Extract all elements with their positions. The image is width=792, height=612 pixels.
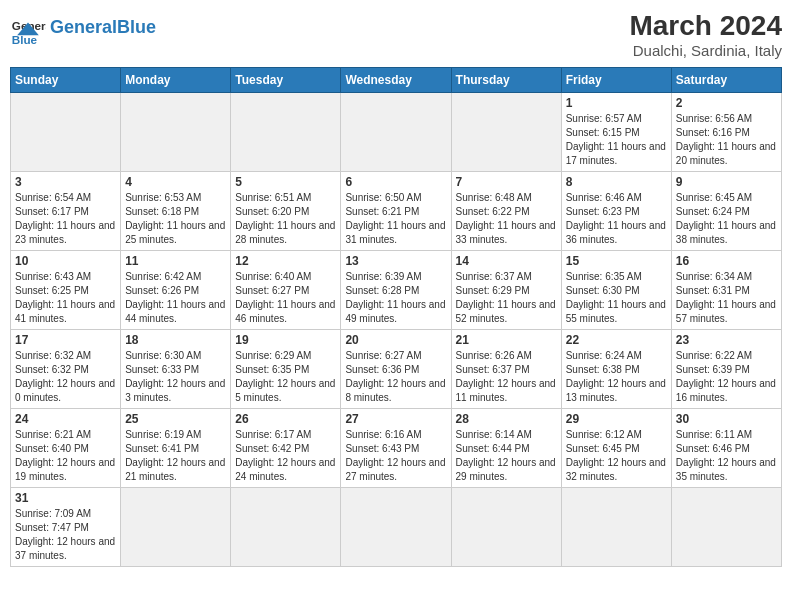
day-info: Sunrise: 6:14 AM Sunset: 6:44 PM Dayligh… (456, 428, 557, 484)
calendar-day-cell (561, 488, 671, 567)
day-info: Sunrise: 6:16 AM Sunset: 6:43 PM Dayligh… (345, 428, 446, 484)
calendar-day-cell: 5Sunrise: 6:51 AM Sunset: 6:20 PM Daylig… (231, 172, 341, 251)
calendar-day-cell (121, 93, 231, 172)
day-info: Sunrise: 6:27 AM Sunset: 6:36 PM Dayligh… (345, 349, 446, 405)
calendar-day-cell: 6Sunrise: 6:50 AM Sunset: 6:21 PM Daylig… (341, 172, 451, 251)
calendar-day-cell: 16Sunrise: 6:34 AM Sunset: 6:31 PM Dayli… (671, 251, 781, 330)
day-info: Sunrise: 6:40 AM Sunset: 6:27 PM Dayligh… (235, 270, 336, 326)
day-number: 2 (676, 96, 777, 110)
calendar-week-row: 1Sunrise: 6:57 AM Sunset: 6:15 PM Daylig… (11, 93, 782, 172)
calendar-day-cell: 19Sunrise: 6:29 AM Sunset: 6:35 PM Dayli… (231, 330, 341, 409)
calendar-week-row: 31Sunrise: 7:09 AM Sunset: 7:47 PM Dayli… (11, 488, 782, 567)
calendar-day-cell: 14Sunrise: 6:37 AM Sunset: 6:29 PM Dayli… (451, 251, 561, 330)
day-number: 7 (456, 175, 557, 189)
day-info: Sunrise: 6:34 AM Sunset: 6:31 PM Dayligh… (676, 270, 777, 326)
calendar-day-cell (341, 93, 451, 172)
day-info: Sunrise: 6:30 AM Sunset: 6:33 PM Dayligh… (125, 349, 226, 405)
day-info: Sunrise: 7:09 AM Sunset: 7:47 PM Dayligh… (15, 507, 116, 563)
weekday-header-cell: Saturday (671, 68, 781, 93)
calendar-day-cell: 17Sunrise: 6:32 AM Sunset: 6:32 PM Dayli… (11, 330, 121, 409)
calendar-day-cell: 23Sunrise: 6:22 AM Sunset: 6:39 PM Dayli… (671, 330, 781, 409)
calendar-day-cell: 4Sunrise: 6:53 AM Sunset: 6:18 PM Daylig… (121, 172, 231, 251)
calendar-week-row: 24Sunrise: 6:21 AM Sunset: 6:40 PM Dayli… (11, 409, 782, 488)
weekday-header-cell: Friday (561, 68, 671, 93)
calendar-day-cell (671, 488, 781, 567)
day-number: 8 (566, 175, 667, 189)
calendar-day-cell (341, 488, 451, 567)
calendar-day-cell: 9Sunrise: 6:45 AM Sunset: 6:24 PM Daylig… (671, 172, 781, 251)
day-number: 19 (235, 333, 336, 347)
calendar-day-cell: 31Sunrise: 7:09 AM Sunset: 7:47 PM Dayli… (11, 488, 121, 567)
header: General Blue GeneralBlue March 2024 Dual… (10, 10, 782, 59)
day-info: Sunrise: 6:46 AM Sunset: 6:23 PM Dayligh… (566, 191, 667, 247)
weekday-header-cell: Sunday (11, 68, 121, 93)
day-number: 29 (566, 412, 667, 426)
day-info: Sunrise: 6:12 AM Sunset: 6:45 PM Dayligh… (566, 428, 667, 484)
day-info: Sunrise: 6:26 AM Sunset: 6:37 PM Dayligh… (456, 349, 557, 405)
calendar-day-cell: 21Sunrise: 6:26 AM Sunset: 6:37 PM Dayli… (451, 330, 561, 409)
day-number: 5 (235, 175, 336, 189)
day-info: Sunrise: 6:57 AM Sunset: 6:15 PM Dayligh… (566, 112, 667, 168)
calendar-day-cell (451, 93, 561, 172)
calendar-body: 1Sunrise: 6:57 AM Sunset: 6:15 PM Daylig… (11, 93, 782, 567)
day-info: Sunrise: 6:11 AM Sunset: 6:46 PM Dayligh… (676, 428, 777, 484)
day-number: 10 (15, 254, 116, 268)
logo-text: GeneralBlue (50, 18, 156, 38)
calendar-day-cell: 2Sunrise: 6:56 AM Sunset: 6:16 PM Daylig… (671, 93, 781, 172)
day-info: Sunrise: 6:51 AM Sunset: 6:20 PM Dayligh… (235, 191, 336, 247)
day-number: 9 (676, 175, 777, 189)
month-title: March 2024 (629, 10, 782, 42)
day-info: Sunrise: 6:29 AM Sunset: 6:35 PM Dayligh… (235, 349, 336, 405)
weekday-header-cell: Monday (121, 68, 231, 93)
day-info: Sunrise: 6:50 AM Sunset: 6:21 PM Dayligh… (345, 191, 446, 247)
calendar-day-cell: 20Sunrise: 6:27 AM Sunset: 6:36 PM Dayli… (341, 330, 451, 409)
calendar-day-cell: 29Sunrise: 6:12 AM Sunset: 6:45 PM Dayli… (561, 409, 671, 488)
day-info: Sunrise: 6:32 AM Sunset: 6:32 PM Dayligh… (15, 349, 116, 405)
calendar-day-cell: 3Sunrise: 6:54 AM Sunset: 6:17 PM Daylig… (11, 172, 121, 251)
day-number: 6 (345, 175, 446, 189)
day-number: 1 (566, 96, 667, 110)
calendar-day-cell: 22Sunrise: 6:24 AM Sunset: 6:38 PM Dayli… (561, 330, 671, 409)
calendar-week-row: 17Sunrise: 6:32 AM Sunset: 6:32 PM Dayli… (11, 330, 782, 409)
day-number: 15 (566, 254, 667, 268)
calendar-day-cell (121, 488, 231, 567)
day-number: 24 (15, 412, 116, 426)
logo-general: General (50, 17, 117, 37)
day-info: Sunrise: 6:48 AM Sunset: 6:22 PM Dayligh… (456, 191, 557, 247)
calendar-day-cell: 30Sunrise: 6:11 AM Sunset: 6:46 PM Dayli… (671, 409, 781, 488)
day-info: Sunrise: 6:21 AM Sunset: 6:40 PM Dayligh… (15, 428, 116, 484)
day-info: Sunrise: 6:39 AM Sunset: 6:28 PM Dayligh… (345, 270, 446, 326)
calendar-day-cell: 1Sunrise: 6:57 AM Sunset: 6:15 PM Daylig… (561, 93, 671, 172)
day-info: Sunrise: 6:37 AM Sunset: 6:29 PM Dayligh… (456, 270, 557, 326)
day-info: Sunrise: 6:19 AM Sunset: 6:41 PM Dayligh… (125, 428, 226, 484)
calendar-day-cell: 10Sunrise: 6:43 AM Sunset: 6:25 PM Dayli… (11, 251, 121, 330)
calendar-day-cell: 25Sunrise: 6:19 AM Sunset: 6:41 PM Dayli… (121, 409, 231, 488)
weekday-header-cell: Tuesday (231, 68, 341, 93)
day-number: 11 (125, 254, 226, 268)
weekday-header-cell: Wednesday (341, 68, 451, 93)
location-title: Dualchi, Sardinia, Italy (629, 42, 782, 59)
day-info: Sunrise: 6:45 AM Sunset: 6:24 PM Dayligh… (676, 191, 777, 247)
title-area: March 2024 Dualchi, Sardinia, Italy (629, 10, 782, 59)
calendar-day-cell: 12Sunrise: 6:40 AM Sunset: 6:27 PM Dayli… (231, 251, 341, 330)
day-info: Sunrise: 6:22 AM Sunset: 6:39 PM Dayligh… (676, 349, 777, 405)
day-info: Sunrise: 6:35 AM Sunset: 6:30 PM Dayligh… (566, 270, 667, 326)
calendar-week-row: 10Sunrise: 6:43 AM Sunset: 6:25 PM Dayli… (11, 251, 782, 330)
day-number: 4 (125, 175, 226, 189)
logo: General Blue GeneralBlue (10, 10, 156, 46)
day-info: Sunrise: 6:56 AM Sunset: 6:16 PM Dayligh… (676, 112, 777, 168)
day-number: 27 (345, 412, 446, 426)
day-number: 17 (15, 333, 116, 347)
day-number: 22 (566, 333, 667, 347)
day-info: Sunrise: 6:17 AM Sunset: 6:42 PM Dayligh… (235, 428, 336, 484)
calendar-week-row: 3Sunrise: 6:54 AM Sunset: 6:17 PM Daylig… (11, 172, 782, 251)
weekday-header-row: SundayMondayTuesdayWednesdayThursdayFrid… (11, 68, 782, 93)
day-number: 21 (456, 333, 557, 347)
calendar-day-cell: 15Sunrise: 6:35 AM Sunset: 6:30 PM Dayli… (561, 251, 671, 330)
day-number: 30 (676, 412, 777, 426)
calendar-day-cell (231, 93, 341, 172)
day-number: 18 (125, 333, 226, 347)
day-number: 28 (456, 412, 557, 426)
day-info: Sunrise: 6:53 AM Sunset: 6:18 PM Dayligh… (125, 191, 226, 247)
day-number: 16 (676, 254, 777, 268)
